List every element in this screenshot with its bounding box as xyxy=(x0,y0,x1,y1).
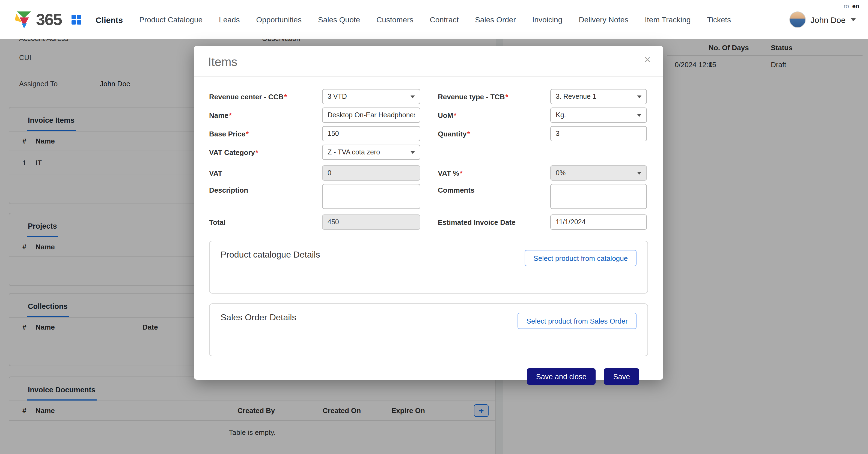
required-marker: * xyxy=(460,169,463,177)
save-button[interactable]: Save xyxy=(604,368,639,385)
nav-item-tickets[interactable]: Tickets xyxy=(707,15,731,24)
nav-item-contract[interactable]: Contract xyxy=(430,15,459,24)
required-marker: * xyxy=(467,130,470,138)
vat-input xyxy=(322,165,420,181)
select-product-from-sales-order-button[interactable]: Select product from Sales Order xyxy=(518,313,637,329)
name-label: Name* xyxy=(209,111,322,119)
user-name: John Doe xyxy=(811,15,846,24)
comments-label: Comments xyxy=(438,184,550,194)
language-switcher: roen xyxy=(844,3,859,9)
product-catalogue-section-title: Product catalogue Details xyxy=(221,250,320,260)
nav-item-invoicing[interactable]: Invoicing xyxy=(532,15,563,24)
revenue-center-label: Revenue center - CCB* xyxy=(209,93,322,101)
page: Account Adress Observation CUI Assigned … xyxy=(0,0,868,454)
uom-value: Kg. xyxy=(556,111,566,119)
required-marker: * xyxy=(505,93,508,101)
required-marker: * xyxy=(255,148,258,156)
item-form: Revenue center - CCB* 3 VTD Revenue type… xyxy=(194,77,663,230)
uom-label: UoM* xyxy=(438,111,550,119)
base-price-label: Base Price* xyxy=(209,130,322,138)
chevron-down-icon xyxy=(637,95,642,98)
logo-text: 365 xyxy=(36,10,62,29)
vat-percent-label: VAT %* xyxy=(438,169,550,177)
vat-category-select[interactable]: Z - TVA cota zero xyxy=(322,144,420,160)
items-modal: Items × Revenue center - CCB* 3 VTD Reve… xyxy=(194,46,663,380)
apps-grid-icon[interactable] xyxy=(71,15,81,25)
revenue-type-value: 3. Revenue 1 xyxy=(556,93,596,100)
nav-item-delivery-notes[interactable]: Delivery Notes xyxy=(579,15,628,24)
close-icon[interactable]: × xyxy=(640,53,655,67)
quantity-label: Quantity* xyxy=(438,130,550,138)
main-nav: Clients Product Catalogue Leads Opportun… xyxy=(96,15,731,24)
avatar xyxy=(789,11,806,28)
revenue-center-select[interactable]: 3 VTD xyxy=(322,89,420,104)
chevron-down-icon xyxy=(410,151,415,154)
uom-select[interactable]: Kg. xyxy=(550,107,647,123)
vat-percent-value: 0% xyxy=(556,169,565,177)
required-marker: * xyxy=(284,93,287,101)
quantity-input[interactable] xyxy=(550,126,647,141)
nav-item-product-catalogue[interactable]: Product Catalogue xyxy=(139,15,203,24)
chevron-down-icon xyxy=(637,114,642,117)
vat-percent-select: 0% xyxy=(550,165,647,181)
total-input xyxy=(322,215,420,230)
estimated-invoice-date-label: Estimated Invoice Date xyxy=(438,218,550,226)
nav-item-customers[interactable]: Customers xyxy=(376,15,413,24)
nav-item-opportunities[interactable]: Opportunities xyxy=(256,15,302,24)
user-menu[interactable]: John Doe xyxy=(789,11,856,28)
app-logo[interactable]: 365 xyxy=(14,10,62,29)
save-and-close-button[interactable]: Save and close xyxy=(527,368,596,385)
lang-ro[interactable]: ro xyxy=(844,3,849,9)
chevron-down-icon xyxy=(410,95,415,98)
modal-header: Items × xyxy=(194,46,663,77)
description-label: Description xyxy=(209,184,322,194)
lang-en[interactable]: en xyxy=(852,3,859,9)
vat-category-value: Z - TVA cota zero xyxy=(328,149,380,156)
nav-item-clients[interactable]: Clients xyxy=(96,15,123,24)
chevron-down-icon xyxy=(850,18,856,21)
base-price-input[interactable] xyxy=(322,126,420,141)
revenue-type-select[interactable]: 3. Revenue 1 xyxy=(550,89,647,104)
total-label: Total xyxy=(209,218,322,226)
required-marker: * xyxy=(229,111,232,119)
estimated-invoice-date-input[interactable] xyxy=(550,215,647,230)
logo-icon xyxy=(14,10,35,29)
nav-item-item-tracking[interactable]: Item Tracking xyxy=(645,15,690,24)
name-input[interactable] xyxy=(322,107,420,123)
required-marker: * xyxy=(246,130,249,138)
nav-item-sales-order[interactable]: Sales Order xyxy=(475,15,516,24)
product-catalogue-section: Product catalogue Details Select product… xyxy=(209,241,648,294)
revenue-type-label: Revenue type - TCB* xyxy=(438,93,550,101)
chevron-down-icon xyxy=(637,172,642,174)
vat-category-label: VAT Category* xyxy=(209,148,322,156)
nav-item-leads[interactable]: Leads xyxy=(219,15,240,24)
description-textarea[interactable] xyxy=(322,184,420,209)
revenue-center-value: 3 VTD xyxy=(328,93,347,100)
comments-textarea[interactable] xyxy=(550,184,647,209)
nav-item-sales-quote[interactable]: Sales Quote xyxy=(318,15,360,24)
modal-footer: Save and close Save xyxy=(194,368,639,385)
modal-title: Items xyxy=(208,55,238,69)
sales-order-section-title: Sales Order Details xyxy=(221,313,296,323)
top-navigation-bar: 365 Clients Product Catalogue Leads Oppo… xyxy=(0,0,868,39)
sales-order-section: Sales Order Details Select product from … xyxy=(209,303,648,356)
vat-label: VAT xyxy=(209,169,322,177)
select-product-from-catalogue-button[interactable]: Select product from catalogue xyxy=(525,250,637,266)
required-marker: * xyxy=(454,111,456,119)
